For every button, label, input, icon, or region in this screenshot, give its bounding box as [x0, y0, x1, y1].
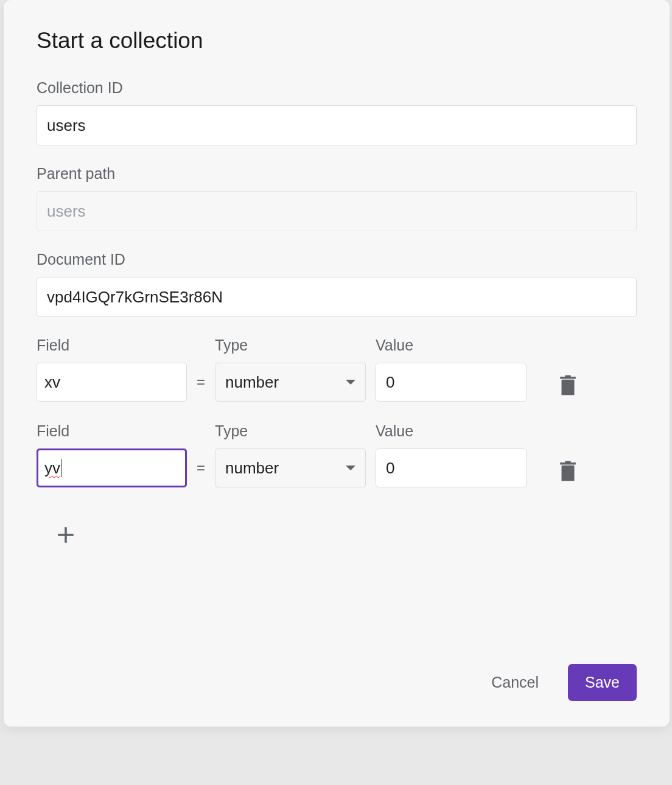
plus-icon: [55, 525, 76, 545]
dialog-actions: Cancel Save: [488, 664, 637, 701]
collection-id-group: Collection ID: [37, 79, 637, 145]
field-header-row: Field Type Value: [37, 337, 637, 354]
add-field-button[interactable]: [54, 523, 78, 547]
fields-section: Field Type Value = number: [37, 337, 637, 547]
field-name-input[interactable]: yv: [37, 448, 187, 487]
field-name-text: yv: [44, 459, 60, 478]
field-value-input[interactable]: [376, 363, 527, 402]
collection-id-input[interactable]: [37, 105, 637, 145]
field-name-input[interactable]: [37, 363, 187, 402]
delete-field-button[interactable]: [556, 459, 580, 483]
cancel-button[interactable]: Cancel: [488, 668, 542, 697]
field-row: Field Type Value yv = number: [37, 422, 637, 487]
field-row: Field Type Value = number: [37, 337, 637, 402]
field-header-row: Field Type Value: [37, 422, 637, 440]
parent-path-input: [37, 191, 637, 231]
trash-icon: [559, 375, 576, 396]
field-name-label: Field: [37, 337, 187, 354]
save-button[interactable]: Save: [568, 664, 637, 701]
text-caret: [61, 459, 61, 477]
field-type-value: number: [225, 459, 279, 478]
svg-rect-0: [562, 380, 575, 396]
field-input-row: = number: [37, 363, 637, 402]
field-name-label: Field: [37, 422, 187, 440]
field-type-label: Type: [215, 337, 366, 354]
field-type-label: Type: [215, 422, 366, 440]
field-type-select[interactable]: number: [215, 448, 366, 487]
parent-path-group: Parent path: [37, 165, 637, 231]
svg-rect-3: [562, 466, 575, 481]
svg-rect-2: [565, 375, 570, 378]
field-type-select[interactable]: number: [215, 363, 366, 402]
equals-sign: =: [187, 459, 215, 476]
document-id-label: Document ID: [37, 251, 637, 268]
chevron-down-icon: [346, 466, 355, 470]
field-input-row: yv = number: [37, 448, 637, 487]
document-id-input[interactable]: [37, 277, 637, 317]
chevron-down-icon: [346, 380, 355, 385]
field-value-label: Value: [376, 422, 527, 440]
field-type-value: number: [225, 373, 279, 392]
trash-icon: [559, 461, 576, 481]
equals-sign: =: [187, 374, 215, 391]
delete-field-button[interactable]: [556, 373, 580, 397]
collection-id-label: Collection ID: [37, 79, 637, 97]
dialog-title: Start a collection: [37, 28, 637, 54]
field-value-label: Value: [376, 337, 527, 354]
svg-rect-5: [565, 461, 570, 464]
field-value-input[interactable]: [376, 448, 527, 487]
start-collection-dialog: Start a collection Collection ID Parent …: [4, 0, 670, 727]
parent-path-label: Parent path: [37, 165, 637, 183]
document-id-group: Document ID: [37, 251, 637, 317]
